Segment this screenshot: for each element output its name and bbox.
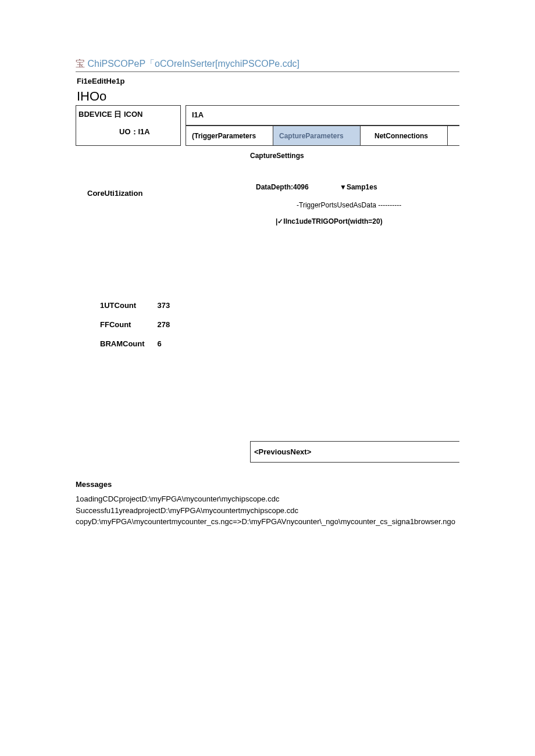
lut-count-value: 373 [158,296,182,314]
menubar[interactable]: Fi1eEditHe1p [76,77,459,85]
message-line: 1oadingCDCprojectD:\myFPGA\mycounter\myc… [76,493,459,505]
table-row: FFCount 278 [100,316,181,334]
nav-buttons[interactable]: <PreviousNext> [250,441,459,463]
tab-trigger-parameters[interactable]: (TriggerParameters [186,126,273,145]
bram-count-value: 6 [158,335,182,353]
window-title: 宝 ChiPSCOPeP「oCOreInSerter[mychiPSCOPe.c… [76,58,459,72]
toolbar[interactable]: IHOo [76,89,459,104]
message-line: Successfu11yreadprojectD:\myFPGA\mycount… [76,505,459,517]
core-utilization-table: 1UTCount 373 FFCount 278 BRAMCount 6 [99,295,183,354]
capture-settings-header: CaptureSettings [250,152,459,160]
tree-child[interactable]: UO：I1A [79,127,178,137]
table-row: BRAMCount 6 [100,335,181,353]
tabs: (TriggerParameters CaptureParameters Net… [186,126,459,146]
trigger-ports-group: -TriggerPortsUsedAsData ---------- [297,201,459,209]
ff-count-value: 278 [158,316,182,334]
title-text: ChiPSCOPeP「oCOreInSerter[mychiPSCOPe.cdc… [87,59,299,69]
tab-net-connections[interactable]: NetConnections [361,126,448,145]
tree-root[interactable]: BDEVICE 日 ICON [79,109,178,120]
unit-title: I1A [186,105,459,126]
title-prefix-icon: 宝 [76,59,87,69]
device-tree[interactable]: BDEVICE 日 ICON UO：I1A [76,105,181,146]
data-depth-select[interactable]: DataDepth:4096 [256,183,309,191]
bram-count-label: BRAMCount [100,335,156,353]
ff-count-label: FFCount [100,316,156,334]
messages-header: Messages [76,480,459,489]
samples-label: ▼Samp1es [340,183,377,191]
tab-spacer [448,126,459,145]
message-line: copyD:\myFPGA\mycountertmycounter_cs.ngc… [76,516,459,528]
include-trig0-checkbox[interactable]: |✓IInc1udeTRIGOPort(width=20) [276,217,459,225]
tab-capture-parameters[interactable]: CaptureParameters [273,126,361,145]
table-row: 1UTCount 373 [100,296,181,314]
lut-count-label: 1UTCount [100,296,156,314]
